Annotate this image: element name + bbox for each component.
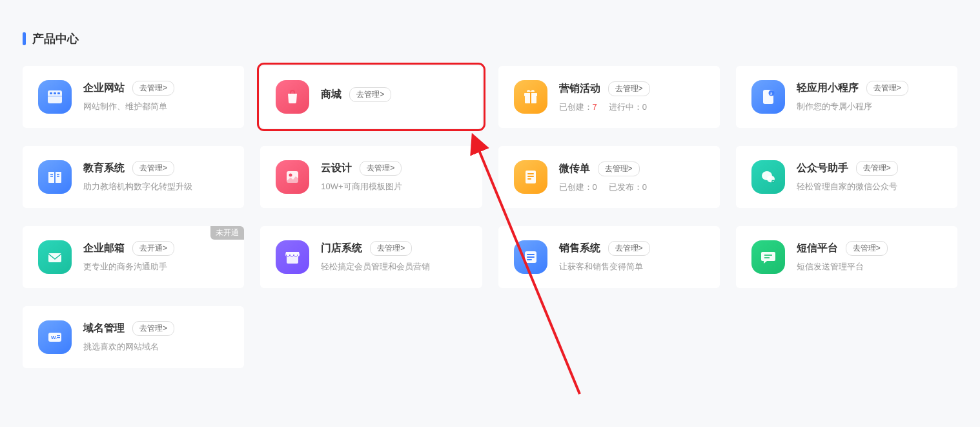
card-title: 门店系统 [321, 242, 362, 255]
list-icon [514, 240, 547, 274]
window-icon [38, 80, 72, 114]
card-subtitle: 网站制作、维护都简单 [83, 101, 229, 112]
card-subtitle: 10W+可商用模板图片 [321, 181, 466, 193]
manage-button[interactable]: 去管理> [608, 241, 650, 256]
card-title: 营销活动 [559, 82, 600, 96]
domain-icon [38, 320, 72, 354]
image-icon [276, 160, 309, 194]
section-header: 产品中心 [23, 31, 957, 47]
stat-item: 已创建：7 [559, 101, 597, 113]
card-title: 云设计 [321, 161, 352, 175]
book-icon [38, 160, 72, 194]
manage-button[interactable]: 去管理> [608, 81, 650, 96]
card-subtitle: 轻松管理自家的微信公众号 [797, 181, 942, 193]
card-title: 教育系统 [83, 161, 125, 175]
section-title: 产品中心 [32, 31, 79, 47]
product-card[interactable]: 企业网站去管理>网站制作、维护都简单 [23, 66, 244, 128]
product-grid: 企业网站去管理>网站制作、维护都简单商城去管理>营销活动去管理>已创建：7进行中… [23, 66, 957, 368]
product-card[interactable]: 短信平台去管理>短信发送管理平台 [736, 226, 957, 288]
mail-icon [38, 240, 72, 274]
manage-button[interactable]: 去管理> [349, 87, 391, 102]
status-badge: 未开通 [210, 226, 244, 240]
card-title: 域名管理 [83, 322, 125, 335]
product-card[interactable]: 营销活动去管理>已创建：7进行中：0 [498, 66, 720, 128]
card-title: 短信平台 [797, 242, 838, 255]
card-title: 销售系统 [559, 242, 600, 255]
manage-button[interactable]: 去管理> [370, 241, 412, 256]
product-card[interactable]: 教育系统去管理>助力教培机构数字化转型升级 [23, 146, 244, 208]
miniapp-icon [751, 80, 785, 114]
bag-icon [276, 80, 309, 114]
product-card[interactable]: 公众号助手去管理>轻松管理自家的微信公众号 [736, 146, 957, 208]
manage-button[interactable]: 去管理> [856, 161, 898, 176]
card-subtitle: 更专业的商务沟通助手 [83, 261, 229, 273]
manage-button[interactable]: 去管理> [132, 321, 174, 336]
product-card[interactable]: 未开通企业邮箱去开通>更专业的商务沟通助手 [23, 226, 244, 288]
manage-button[interactable]: 去管理> [132, 81, 174, 96]
product-card[interactable]: 商城去管理> [260, 66, 482, 128]
stat-item: 进行中：0 [609, 101, 647, 113]
card-subtitle: 挑选喜欢的网站域名 [83, 341, 229, 353]
card-title: 公众号助手 [797, 161, 848, 175]
card-subtitle: 短信发送管理平台 [797, 261, 942, 273]
product-card[interactable]: 云设计去管理>10W+可商用模板图片 [260, 146, 482, 208]
stat-item: 已创建：0 [559, 182, 597, 193]
card-title: 商城 [321, 88, 342, 101]
manage-button[interactable]: 去管理> [360, 161, 402, 176]
card-subtitle: 让获客和销售变得简单 [559, 261, 704, 273]
manage-button[interactable]: 去管理> [598, 161, 640, 176]
wechat-icon [751, 160, 785, 194]
card-subtitle: 轻松搞定会员管理和会员营销 [321, 261, 466, 273]
product-card[interactable]: 销售系统去管理>让获客和销售变得简单 [498, 226, 720, 288]
product-card[interactable]: 域名管理去管理>挑选喜欢的网站域名 [23, 306, 244, 368]
card-title: 轻应用小程序 [797, 81, 859, 95]
gift-icon [514, 80, 547, 114]
manage-button[interactable]: 去管理> [866, 81, 908, 96]
product-card[interactable]: 门店系统去管理>轻松搞定会员管理和会员营销 [260, 226, 482, 288]
sms-icon [751, 240, 785, 274]
section-accent-bar [23, 32, 26, 45]
card-title: 企业网站 [83, 81, 125, 95]
store-icon [276, 240, 309, 274]
manage-button[interactable]: 去管理> [132, 161, 174, 176]
manage-button[interactable]: 去管理> [846, 241, 888, 256]
flyer-icon [514, 160, 547, 194]
product-card[interactable]: 微传单去管理>已创建：0已发布：0 [498, 146, 720, 208]
stat-item: 已发布：0 [609, 182, 647, 193]
card-title: 微传单 [559, 162, 590, 176]
card-title: 企业邮箱 [83, 242, 125, 255]
card-subtitle: 助力教培机构数字化转型升级 [83, 181, 229, 193]
card-subtitle: 制作您的专属小程序 [797, 101, 942, 112]
product-card[interactable]: 轻应用小程序去管理>制作您的专属小程序 [736, 66, 957, 128]
open-button[interactable]: 去开通> [132, 241, 174, 256]
